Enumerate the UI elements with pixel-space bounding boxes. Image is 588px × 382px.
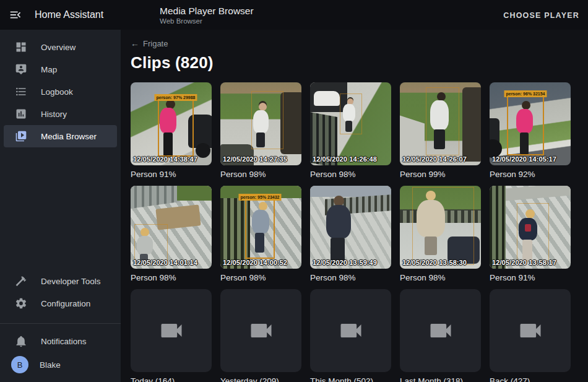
detection-chip: person: 96% 32154 [504, 90, 547, 97]
detection-bbox [251, 91, 283, 149]
media-browser-content: ← Frigate Clips (820) person: 97% 29988 … [121, 30, 588, 382]
chart-box-icon [15, 108, 27, 120]
sidebar-item-label: Configuration [41, 299, 90, 308]
clip-thumbnail: 12/05/2020 14:01:14 [131, 186, 212, 269]
folder-label: Today (164) [131, 376, 212, 382]
home-assistant-app: Home Assistant Media Player Browser Web … [0, 0, 588, 382]
clip-label: Person 99% [400, 169, 481, 180]
detection-bbox [517, 203, 549, 261]
sidebar-item-history[interactable]: History [4, 103, 117, 125]
sidebar-item-developer-tools[interactable]: Developer Tools [4, 270, 117, 292]
folder-card-yesterday[interactable]: Yesterday (209) [220, 289, 301, 382]
clip-label: Person 98% [310, 272, 391, 284]
clip-label: Person 98% [220, 169, 301, 180]
folder-label: Back (427) [490, 376, 571, 382]
clip-card[interactable]: person: 95% 23432 12/05/2020 14:00:52 Pe… [220, 186, 301, 284]
folder-card-this-month[interactable]: This Month (502) [310, 289, 391, 382]
grass-shape [177, 186, 212, 201]
clips-grid: person: 97% 29988 12/05/2020 14:38:47 Pe… [131, 82, 578, 382]
detection-bbox: person: 96% 32154 [507, 91, 544, 155]
profile-name: Blake [40, 360, 61, 370]
clip-label: Person 98% [310, 169, 391, 180]
clip-thumbnail: 12/05/2020 13:58:17 [490, 186, 571, 269]
list-bulleted-icon [15, 85, 27, 98]
clip-timestamp: 12/05/2020 14:27:35 [223, 155, 287, 163]
clip-card[interactable]: 12/05/2020 14:27:35 Person 98% [220, 82, 301, 180]
detection-bbox: person: 97% 29988 [158, 95, 194, 157]
folder-card-back[interactable]: Back (427) [490, 289, 571, 382]
choose-player-button[interactable]: CHOOSE PLAYER [503, 11, 579, 20]
sidebar-item-label: Media Browser [41, 132, 97, 141]
view-dashboard-icon [15, 41, 27, 53]
sidebar-item-profile[interactable]: B Blake [4, 352, 117, 377]
bench-shape [280, 92, 301, 154]
folder-label: Yesterday (209) [220, 376, 301, 382]
clip-label: Person 92% [490, 169, 571, 180]
tooltip-account-icon [15, 63, 27, 76]
sidebar-item-label: Overview [41, 43, 76, 52]
back-arrow-icon: ← [131, 38, 139, 48]
video-camera-icon [158, 317, 185, 344]
avatar: B [11, 356, 28, 373]
clip-label: Person 98% [400, 272, 481, 284]
folder-card-today[interactable]: Today (164) [131, 289, 212, 382]
sidebar-item-map[interactable]: Map [4, 58, 117, 80]
sidebar-item-label: History [41, 110, 67, 119]
clip-card[interactable]: 12/05/2020 14:01:14 Person 98% [131, 186, 212, 284]
clip-timestamp: 12/05/2020 14:26:48 [313, 155, 377, 163]
clip-label: Person 91% [131, 169, 212, 180]
folder-label: This Month (502) [310, 376, 391, 382]
player-subtitle: Web Browser [160, 17, 254, 25]
play-box-multiple-icon [15, 130, 27, 142]
folder-tile [490, 289, 571, 372]
clip-card[interactable]: 12/05/2020 14:26:07 Person 99% [400, 82, 481, 180]
sidebar-item-overview[interactable]: Overview [4, 36, 117, 58]
clip-timestamp: 12/05/2020 14:01:14 [133, 259, 197, 266]
clip-timestamp: 12/05/2020 13:59:49 [313, 259, 377, 266]
stroller-wheel [196, 143, 210, 158]
video-camera-icon [248, 317, 275, 344]
path-shape [506, 186, 571, 201]
clip-thumbnail: 12/05/2020 13:58:30 [400, 186, 481, 269]
clip-card[interactable]: person: 97% 29988 12/05/2020 14:38:47 Pe… [131, 82, 212, 180]
clip-card[interactable]: 12/05/2020 13:58:30 Person 98% [400, 186, 481, 284]
porch-shape [462, 87, 481, 162]
clip-timestamp: 12/05/2020 13:58:30 [402, 259, 467, 266]
folder-tile [400, 289, 481, 372]
railing-shape [131, 186, 179, 209]
clip-card[interactable]: 12/05/2020 14:26:48 Person 98% [310, 82, 391, 180]
clip-thumbnail: person: 95% 23432 12/05/2020 14:00:52 [220, 186, 301, 269]
clip-thumbnail: 12/05/2020 14:26:07 [400, 82, 481, 165]
app-title: Home Assistant [35, 9, 103, 20]
clip-card[interactable]: person: 96% 32154 12/05/2020 14:05:17 Pe… [490, 82, 571, 180]
clip-timestamp: 12/05/2020 14:38:47 [133, 155, 197, 163]
folder-card-last-month[interactable]: Last Month (318) [400, 289, 481, 382]
car-shape [314, 91, 340, 106]
detection-bbox [426, 87, 459, 155]
sidebar-item-configuration[interactable]: Configuration [4, 292, 117, 315]
back-label: Frigate [143, 39, 168, 48]
clip-thumbnail: person: 96% 32154 12/05/2020 14:05:17 [490, 82, 571, 165]
bell-icon [15, 335, 27, 347]
clip-card[interactable]: 12/05/2020 13:59:49 Person 98% [310, 186, 391, 284]
clip-label: Person 91% [490, 272, 571, 284]
player-heading: Media Player Browser Web Browser [121, 5, 254, 25]
clip-thumbnail: 12/05/2020 14:27:35 [220, 82, 301, 165]
hammer-icon [15, 275, 27, 287]
clip-card[interactable]: 12/05/2020 13:58:17 Person 91% [490, 186, 571, 284]
sidebar-item-logbook[interactable]: Logbook [4, 80, 117, 103]
folder-tile [220, 289, 301, 372]
clip-thumbnail: person: 97% 29988 12/05/2020 14:38:47 [131, 82, 212, 165]
menu-open-icon[interactable] [9, 7, 24, 22]
clip-timestamp: 12/05/2020 14:05:17 [492, 155, 556, 163]
sidebar-item-media-browser[interactable]: Media Browser [4, 125, 117, 147]
gear-icon [15, 297, 27, 310]
clip-timestamp: 12/05/2020 14:26:07 [402, 155, 467, 163]
video-camera-icon [427, 317, 454, 344]
player-title: Media Player Browser [160, 5, 254, 17]
detection-chip: person: 95% 23432 [238, 194, 281, 201]
back-link-frigate[interactable]: ← Frigate [131, 38, 168, 48]
sidebar-item-notifications[interactable]: Notifications [4, 330, 117, 352]
clip-label: Person 98% [220, 272, 301, 284]
detection-bbox [412, 187, 474, 265]
